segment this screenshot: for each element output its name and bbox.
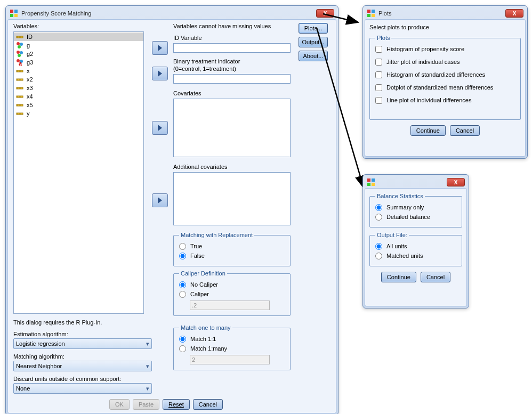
continue-button[interactable]: Continue [410, 125, 446, 136]
arrow-to-plots-icon [323, 6, 361, 28]
chevron-down-icon: ▾ [146, 385, 149, 392]
cancel-button[interactable]: Cancel [421, 272, 450, 282]
plot-option-row: Histogram of standardized differences [375, 70, 515, 79]
app-icon [367, 178, 375, 186]
variable-row[interactable]: x2 [14, 75, 143, 84]
variable-row[interactable]: ID [14, 33, 143, 41]
covariates-input[interactable] [173, 99, 291, 157]
caliper-yes-radio[interactable] [179, 291, 186, 298]
svg-rect-48 [372, 178, 375, 182]
reset-button[interactable]: Reset [163, 399, 190, 410]
variable-row[interactable]: x [14, 67, 143, 75]
all-units-label: All units [386, 243, 407, 249]
replace-false-radio[interactable] [179, 253, 186, 259]
variable-row[interactable]: y [14, 109, 143, 118]
variable-row[interactable]: g2 [14, 50, 143, 58]
svg-rect-3 [14, 14, 18, 17]
titlebar: Plots X [365, 7, 526, 19]
estimation-algo-combo[interactable]: Logistic regression ▾ [13, 338, 152, 349]
svg-rect-49 [367, 183, 370, 186]
nominal-a-icon: a [16, 59, 23, 66]
id-variable-input[interactable] [173, 43, 291, 53]
variable-row[interactable]: ag3 [14, 58, 143, 67]
svg-rect-0 [10, 10, 13, 13]
plots-dialog: Plots X Select plots to produce Plots Hi… [362, 5, 528, 159]
caliper-none-radio[interactable] [179, 281, 186, 288]
app-icon [367, 9, 375, 18]
plot-checkbox[interactable] [375, 59, 382, 66]
output-file-group: Output File: All units Matched units [369, 232, 462, 266]
match-1m-radio[interactable] [179, 345, 186, 352]
bti-input[interactable] [173, 74, 291, 84]
svg-rect-1 [14, 10, 18, 13]
svg-rect-44 [372, 10, 375, 13]
plot-checkbox[interactable] [375, 46, 382, 53]
svg-point-11 [17, 51, 20, 54]
move-to-bti-button[interactable] [152, 67, 168, 80]
scale-icon [16, 110, 23, 117]
matched-units-radio[interactable] [375, 253, 382, 259]
all-units-radio[interactable] [375, 243, 382, 250]
variables-list[interactable]: IDgg2ag3xx2x3x4x5y [13, 31, 144, 314]
matching-algo-value: Nearest Neighbor [16, 363, 62, 369]
caliper-none-label: No Caliper [190, 281, 218, 288]
svg-point-13 [18, 54, 21, 57]
variable-label: x3 [27, 85, 33, 91]
plot-checkbox[interactable] [375, 71, 382, 78]
svg-point-9 [20, 43, 23, 46]
detailed-balance-radio[interactable] [375, 214, 382, 221]
scale-icon [16, 76, 23, 83]
plot-option-row: Line plot of individual differences [375, 95, 515, 105]
arrow-right-icon [157, 125, 163, 131]
match-many-group: Match one to many Match 1:1 Match 1:many [173, 324, 291, 370]
ok-button: OK [109, 399, 130, 410]
cancel-button[interactable]: Cancel [450, 125, 480, 136]
balance-stats-group: Balance Statistics Summary only Detailed… [369, 193, 462, 228]
app-icon [10, 9, 18, 18]
close-icon[interactable]: X [505, 9, 523, 18]
variable-row[interactable]: x5 [14, 101, 143, 109]
addl-covariates-input[interactable] [173, 172, 291, 225]
move-to-id-button[interactable] [152, 41, 168, 55]
addl-covariates-label: Additional covariates [173, 164, 228, 170]
matching-algo-combo[interactable]: Nearest Neighbor ▾ [13, 361, 152, 371]
chevron-down-icon: ▾ [146, 340, 149, 347]
variable-label: x4 [27, 93, 33, 100]
plot-option-row: Histogram of propensity score [375, 44, 515, 54]
matched-units-label: Matched units [386, 253, 423, 259]
move-to-addl-button[interactable] [152, 193, 168, 207]
close-icon[interactable]: X [447, 178, 465, 186]
plot-option-row: Dotplot of standardized mean differences [375, 83, 515, 92]
match-many-value-input [190, 355, 270, 364]
continue-button[interactable]: Continue [381, 272, 416, 282]
svg-point-12 [20, 51, 23, 54]
replace-true-radio[interactable] [179, 243, 186, 250]
match-11-label: Match 1:1 [190, 336, 216, 342]
detailed-balance-label: Detailed balance [386, 214, 430, 220]
id-variable-label: ID Variable [173, 35, 202, 41]
discard-group: Discard units outside of common support:… [13, 376, 152, 394]
variable-label: x2 [27, 76, 33, 83]
variable-row[interactable]: x3 [14, 84, 143, 92]
estimation-algo-group: Estimation algorithm: Logistic regressio… [13, 331, 152, 349]
plot-checkbox[interactable] [375, 97, 382, 104]
plot-checkbox[interactable] [375, 84, 382, 91]
move-to-covariates-button[interactable] [152, 121, 168, 135]
variable-row[interactable]: g [14, 41, 143, 50]
discard-combo[interactable]: None ▾ [13, 383, 152, 394]
summary-only-radio[interactable] [375, 204, 382, 211]
plot-option-label: Jitter plot of individual cases [386, 59, 460, 65]
variable-row[interactable]: x4 [14, 92, 143, 101]
titlebar: X [365, 176, 467, 188]
variable-label: g [27, 42, 30, 48]
caliper-yes-label: Caliper [190, 291, 209, 297]
match-11-radio[interactable] [179, 336, 186, 343]
output-file-legend: Output File: [375, 232, 409, 238]
summary-only-label: Summary only [386, 204, 424, 210]
caliper-group: Caliper Definition No Caliper Caliper [173, 270, 291, 316]
scale-icon [16, 84, 23, 92]
variable-label: g3 [27, 59, 33, 66]
replace-group: Matching with Replacement True False [173, 232, 291, 266]
paste-button: Paste [133, 399, 159, 410]
cancel-button[interactable]: Cancel [193, 399, 223, 410]
